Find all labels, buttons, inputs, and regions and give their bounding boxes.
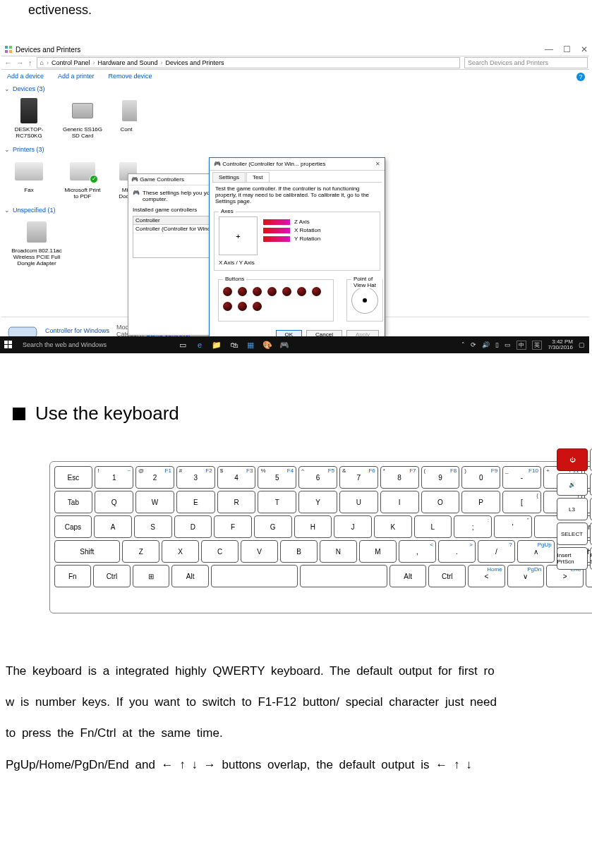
up-button[interactable]: ↑: [28, 59, 32, 67]
crumb-hardware[interactable]: Hardware and Sound: [97, 59, 157, 66]
gamepad-taskbar-icon[interactable]: 🎮: [279, 340, 289, 350]
key-P: P: [461, 491, 500, 513]
key-Tab: Tab: [54, 491, 93, 513]
key-A: A: [94, 515, 132, 538]
back-button[interactable]: ←: [4, 59, 12, 67]
key-T: T: [258, 491, 296, 513]
device-sdcard[interactable]: Generic SS16G SD Card: [62, 97, 103, 139]
minimize-button[interactable]: —: [545, 44, 553, 54]
crumb-devices[interactable]: Devices and Printers: [166, 59, 224, 66]
key-[: [{: [502, 491, 541, 513]
tray-battery-icon[interactable]: ▯: [495, 341, 499, 348]
search-input[interactable]: Search Devices and Printers: [464, 57, 588, 68]
add-device-link[interactable]: Add a device: [7, 73, 44, 81]
key-V: V: [241, 540, 278, 563]
printer-mspdf[interactable]: ✓Microsoft Print to PDF: [62, 157, 103, 200]
key-Z: Z: [122, 540, 159, 563]
key-/: /?: [478, 540, 515, 563]
key-B: B: [280, 540, 318, 563]
gc-row[interactable]: Controller (Controller for Wind: [133, 225, 221, 233]
key-space: [300, 565, 387, 587]
screenshot-windows: Devices and Printers — ☐ ✕ ← → ↑ ⌂› Cont…: [0, 23, 589, 353]
svg-rect-7: [8, 345, 12, 348]
paint-icon[interactable]: 🎨: [262, 340, 272, 350]
ime-lang2[interactable]: 英: [532, 341, 542, 350]
help-icon[interactable]: ?: [576, 73, 585, 81]
key-Alt: Alt: [171, 565, 209, 587]
key-5: 5F4%: [258, 466, 296, 489]
prop-joystick-icon: 🎮: [214, 161, 221, 167]
paragraph-line-4: PgUp/Home/PgDn/End and ← ↑ ↓ → buttons o…: [6, 750, 586, 781]
device-controller-clipped[interactable]: Cont: [116, 97, 137, 133]
key-6: 6F5^: [298, 466, 337, 489]
devices-icon: [4, 45, 13, 54]
key-7: 7F6&: [339, 466, 378, 489]
prop-close-button[interactable]: ✕: [375, 161, 380, 167]
device-dongle[interactable]: Broadcom 802.11ac Wireless PCIE Full Don…: [8, 218, 65, 267]
key-O: O: [421, 491, 460, 513]
tray-network-icon[interactable]: ▭: [505, 341, 511, 348]
key-X: X: [162, 540, 199, 563]
tab-settings[interactable]: Settings: [212, 172, 246, 182]
sidekey: Insert PrtScn: [557, 547, 588, 570]
command-bar: Add a device Add a printer Remove device…: [1, 70, 589, 84]
key-I: I: [380, 491, 419, 513]
axes-footer: X Axis / Y Axis: [219, 259, 375, 266]
z-axis-bar: [263, 219, 290, 225]
taskbar-search[interactable]: Search the web and Windows: [17, 341, 172, 348]
home-icon: ⌂: [40, 59, 44, 66]
paragraph-line-2: w is number keys. If you want to switch …: [6, 687, 586, 718]
explorer-titlebar: Devices and Printers — ☐ ✕: [1, 43, 589, 56]
device-desktop[interactable]: DESKTOP-RC7S0KG: [8, 97, 49, 139]
gc-col: Controller: [133, 216, 221, 225]
key-M: M: [359, 540, 397, 563]
section-heading: Use the keyboard: [13, 403, 592, 424]
remove-device-link[interactable]: Remove device: [109, 73, 152, 81]
crumb-control-panel[interactable]: Control Panel: [52, 59, 90, 66]
gc-info-icon: 🎮: [133, 190, 140, 196]
key-G: G: [254, 515, 292, 538]
explorer-title: Devices and Printers: [16, 46, 80, 54]
key-1: 1~!: [95, 466, 133, 489]
key-3: 3F2#: [176, 466, 215, 489]
key-8: 8F7*: [380, 466, 419, 489]
svg-rect-3: [9, 50, 12, 53]
printer-fax[interactable]: Fax: [8, 157, 49, 193]
store-icon[interactable]: 🛍: [229, 340, 238, 350]
key-Shift: Shift: [54, 540, 121, 563]
taskview-icon[interactable]: ▭: [178, 340, 188, 350]
bullet-square-icon: [13, 408, 25, 420]
key-U: U: [339, 491, 378, 513]
explorer-icon[interactable]: 📁: [212, 340, 222, 350]
key-space: [211, 565, 298, 587]
key-': '": [494, 515, 532, 538]
key--: -F10_: [502, 466, 541, 489]
tray-chevron-icon[interactable]: ˄: [461, 341, 465, 348]
key-0: 0F9): [461, 466, 500, 489]
tab-test[interactable]: Test: [246, 172, 270, 182]
edge-icon[interactable]: e: [195, 340, 205, 350]
axes-group: Axes + Z Axis X Rotation Y Rotation X Ax…: [214, 212, 380, 271]
breadcrumb[interactable]: ⌂› Control Panel› Hardware and Sound› De…: [37, 57, 461, 68]
tray-volume-icon[interactable]: 🔊: [482, 341, 490, 348]
group-devices[interactable]: ⌄Devices (3): [1, 84, 589, 94]
ime-lang1[interactable]: 中: [517, 341, 526, 350]
key-Q: Q: [95, 491, 133, 513]
group-printers[interactable]: ⌄Printers (3): [1, 145, 589, 154]
pov-indicator: [351, 287, 378, 314]
action-center-icon[interactable]: ▢: [579, 341, 585, 348]
tray-sync-icon[interactable]: ⟳: [471, 341, 476, 348]
forward-button[interactable]: →: [16, 59, 24, 67]
paragraph-line-1: The keyboard is a integrated highly QWER…: [6, 656, 586, 687]
add-printer-link[interactable]: Add a printer: [58, 73, 95, 81]
maximize-button[interactable]: ☐: [563, 44, 571, 54]
tray-clock[interactable]: 3:42 PM 7/30/2016: [548, 339, 573, 350]
sidekey: START: [590, 522, 593, 545]
svg-rect-5: [8, 341, 12, 344]
key-Alt: Alt: [389, 565, 427, 587]
prop-hint: Test the game controller. If the control…: [210, 183, 385, 207]
start-button[interactable]: [0, 336, 17, 353]
app1-icon[interactable]: ▦: [246, 340, 255, 350]
key-∧: ∧PgUp: [517, 540, 555, 563]
close-button[interactable]: ✕: [581, 44, 588, 54]
